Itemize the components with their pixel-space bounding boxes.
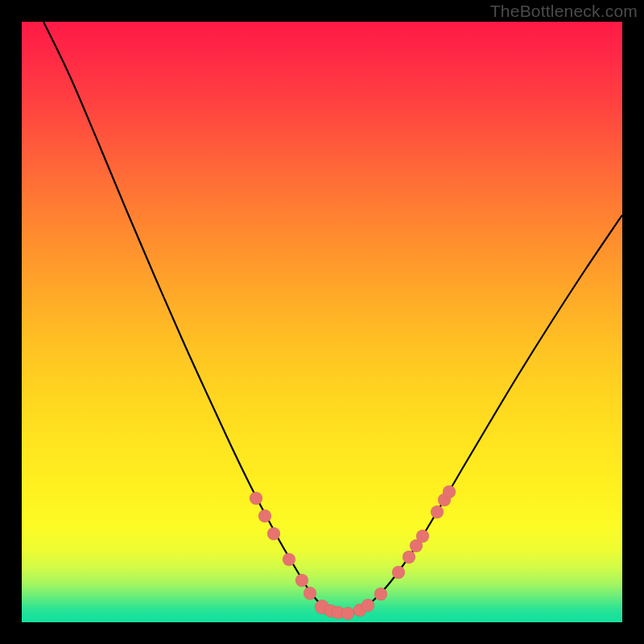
data-dot <box>303 587 316 600</box>
data-dot <box>283 553 295 566</box>
data-dot <box>402 551 415 564</box>
data-dot <box>295 574 308 587</box>
bottleneck-curve <box>43 22 622 614</box>
data-dot <box>416 530 429 543</box>
data-dot <box>392 566 405 579</box>
plot-area <box>22 22 622 622</box>
data-dot <box>374 588 387 601</box>
data-dot <box>443 485 456 498</box>
data-dot <box>361 599 374 612</box>
chart-frame: TheBottleneck.com <box>0 0 644 644</box>
data-dots <box>250 485 456 620</box>
data-dot <box>250 492 262 505</box>
curve-layer <box>22 22 622 622</box>
data-dot <box>258 510 271 522</box>
data-dot <box>341 607 354 620</box>
data-dot <box>431 506 444 518</box>
watermark-text: TheBottleneck.com <box>490 2 638 21</box>
data-dot <box>267 527 280 540</box>
